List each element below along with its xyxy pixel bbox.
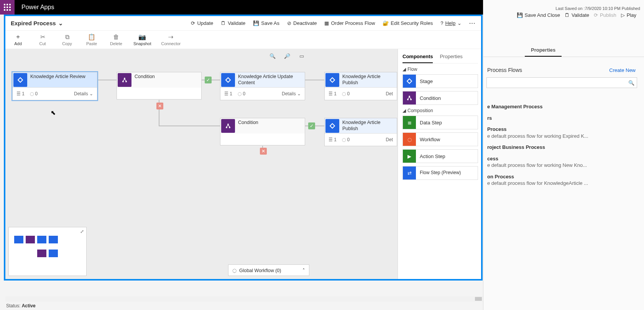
stage-node-publish-1[interactable]: Knowledge Article Publish ☰ 1 ◌ 0 Det — [324, 72, 397, 100]
last-saved-label: Last Saved on :7/9/2020 10:10 PM Publish… — [517, 6, 640, 11]
stage-title: Knowledge Article Update Content — [236, 72, 305, 87]
update-label: Update — [197, 20, 213, 26]
add-button[interactable]: ＋Add — [11, 34, 25, 46]
expand-icon[interactable]: ⤢ — [80, 229, 84, 234]
validate-label: Validate — [228, 20, 245, 26]
condition-node[interactable]: Condition — [220, 118, 305, 145]
snapshot-button[interactable]: 📷Snapshot — [133, 34, 151, 46]
zoom-in-button[interactable]: 🔍 — [269, 52, 276, 60]
global-workflow-label: Global Workflow (0) — [239, 268, 281, 273]
tab-properties[interactable]: Properties — [440, 52, 462, 63]
stage-node-publish-2[interactable]: Knowledge Article Publish ☰ 1 ◌ 0 Det — [324, 118, 397, 146]
help-button[interactable]: ?Help⌄ — [440, 20, 462, 26]
right-tab-properties[interactable]: Properties — [525, 44, 562, 57]
list-item[interactable]: cess e default process flow for working … — [487, 155, 636, 169]
component-workflow[interactable]: ◌Workflow — [402, 132, 478, 146]
right-pane: Last Saved on :7/9/2020 10:10 PM Publish… — [483, 0, 644, 310]
minimap-node — [26, 236, 35, 243]
component-label: Condition — [420, 95, 441, 101]
overflow-button[interactable]: ··· — [469, 20, 476, 26]
connector-button[interactable]: ⇢Connector — [161, 34, 181, 46]
stage-icon — [403, 75, 416, 88]
list-item-desc: e default process flow for KnowledgeArti… — [487, 180, 636, 187]
order-process-flow-button[interactable]: ▦Order Process Flow — [324, 20, 375, 26]
validate-button[interactable]: 🗒Validate — [221, 20, 245, 26]
cut-button[interactable]: ✂Cut — [35, 34, 50, 46]
svg-point-8 — [410, 99, 412, 100]
caret-down-icon: ◢ — [402, 108, 406, 113]
process-name-label: Expired Process — [11, 20, 56, 26]
paste-button[interactable]: 📋Paste — [84, 34, 99, 46]
stage-title: Knowledge Article Publish — [340, 118, 397, 133]
update-button[interactable]: ⟳Update — [191, 20, 213, 26]
save-as-button[interactable]: 💾Save As — [253, 20, 279, 26]
list-item-title: e Management Process — [487, 103, 636, 110]
details-toggle[interactable]: Det — [386, 91, 393, 96]
paste-label: Paste — [86, 41, 97, 46]
deactivate-button[interactable]: ⊘Deactivate — [287, 20, 317, 26]
details-toggle[interactable]: Det — [386, 137, 393, 142]
component-stage[interactable]: Stage — [402, 74, 478, 88]
condition-node[interactable]: Condition — [117, 72, 202, 100]
list-item[interactable]: on Process e default process flow for Kn… — [487, 173, 636, 187]
process-flows-search[interactable]: 🔍 — [486, 77, 637, 88]
component-condition[interactable]: Condition — [402, 91, 478, 105]
zoom-out-button[interactable]: 🔎 — [283, 52, 291, 60]
help-icon: ? — [440, 20, 443, 26]
app-launcher-button[interactable] — [0, 0, 15, 15]
details-toggle[interactable]: Details ⌄ — [74, 91, 93, 96]
copy-button[interactable]: ⧉Copy — [60, 34, 74, 46]
component-label: Workflow — [420, 137, 440, 142]
publish-button-right: ⟳ Publish — [594, 12, 616, 18]
connector-line — [305, 80, 324, 80]
process-name[interactable]: Expired Process ⌄ — [11, 20, 63, 27]
add-label: Add — [14, 41, 22, 46]
horizontal-scrollbar[interactable] — [5, 296, 483, 302]
global-workflow-bar[interactable]: ◌ Global Workflow (0) ˄ — [228, 264, 309, 276]
flow-step-icon: ⇄ — [403, 166, 416, 179]
validate-button-right[interactable]: 🗒 Validate — [565, 12, 589, 18]
plus-icon: ＋ — [15, 34, 21, 41]
svg-point-0 — [124, 78, 125, 79]
component-action-step[interactable]: ▶Action Step — [402, 149, 478, 163]
component-label: Data Step — [420, 120, 442, 126]
component-data-step[interactable]: ≣Data Step — [402, 116, 478, 129]
create-new-link[interactable]: Create New — [609, 67, 636, 73]
list-item[interactable]: rs — [487, 115, 636, 122]
stage-icon — [325, 119, 339, 133]
tab-components[interactable]: Components — [402, 52, 433, 63]
action-step-icon: ▶ — [403, 150, 416, 163]
play-button-right[interactable]: ▷ Play — [621, 12, 636, 18]
condition-title: Condition — [132, 72, 157, 82]
save-icon: 💾 — [517, 12, 523, 18]
refresh-icon: ⟳ — [191, 20, 195, 26]
minimap[interactable]: ⤢ — [8, 227, 87, 276]
waffle-icon — [4, 4, 11, 11]
fit-screen-button[interactable]: ▭ — [298, 52, 306, 60]
flows-count-icon: ◌ 0 — [30, 91, 38, 96]
list-item-desc: e default process flow for working New K… — [487, 162, 636, 169]
play-label-right: Play — [627, 12, 636, 18]
list-item[interactable]: e Management Process — [487, 103, 636, 110]
component-flow-step[interactable]: ⇄Flow Step (Preview) — [402, 166, 478, 180]
details-toggle[interactable]: Details ⌄ — [282, 91, 301, 96]
stage-node-review[interactable]: Knowledge Article Review ☰ 1 ◌ 0 Details… — [12, 72, 97, 100]
edit-security-label: Edit Security Roles — [391, 20, 433, 26]
chevron-down-icon: ⌄ — [58, 20, 63, 27]
designer-canvas[interactable]: 🔍 🔎 ▭ ✓ ✕ ✓ ✕ — [5, 49, 398, 279]
scrollbar-thumb[interactable] — [475, 297, 482, 301]
caret-down-icon: ◢ — [402, 67, 406, 72]
list-item[interactable]: Process e default process flow for worki… — [487, 126, 636, 139]
group-composition: ◢Composition — [402, 108, 478, 113]
svg-point-4 — [226, 127, 227, 128]
order-icon: ▦ — [324, 20, 329, 26]
save-and-close-button[interactable]: 💾 Save And Close — [517, 12, 560, 18]
edit-security-roles-button[interactable]: 🔐Edit Security Roles — [383, 20, 433, 26]
copy-label: Copy — [62, 41, 72, 46]
condition-yes-chip: ✓ — [308, 122, 315, 129]
list-item-title: rs — [487, 115, 636, 122]
stage-icon — [325, 73, 339, 87]
stage-node-update-content[interactable]: Knowledge Article Update Content ☰ 1 ◌ 0… — [220, 72, 305, 100]
list-item[interactable]: roject Business Process — [487, 144, 636, 151]
delete-button[interactable]: 🗑Delete — [109, 34, 123, 46]
